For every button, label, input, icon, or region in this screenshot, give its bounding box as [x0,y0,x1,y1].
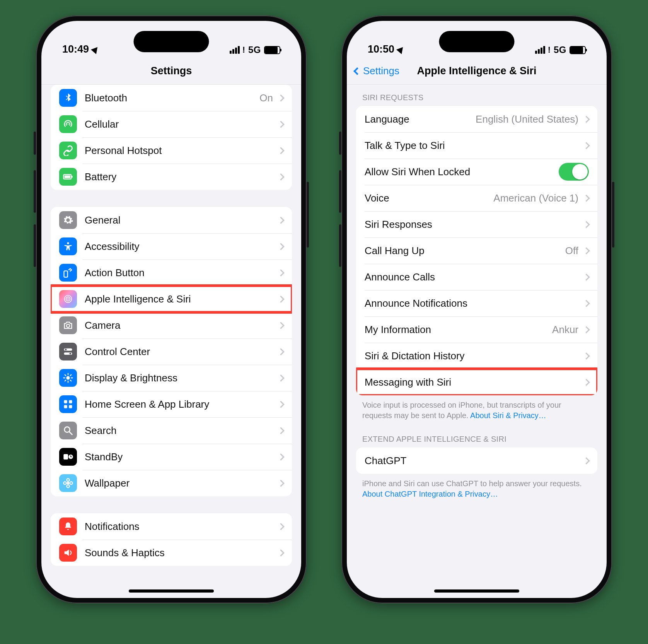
row-label: Action Button [85,267,145,279]
home-indicator[interactable] [434,589,519,593]
siri-icon [59,290,77,308]
settings-group-connectivity: BluetoothOnCellularPersonal HotspotBatte… [51,85,292,190]
row-my-information[interactable]: My InformationAnkur [356,316,597,343]
settings-row-standby[interactable]: StandBy [51,444,292,470]
row-label: Bluetooth [85,92,127,104]
settings-row-apple-intelligence-siri[interactable]: Apple Intelligence & Siri [51,286,292,312]
home-indicator[interactable] [129,589,214,593]
settings-scroll[interactable]: BluetoothOnCellularPersonal HotspotBatte… [41,85,301,598]
row-label: Camera [85,319,120,331]
settings-row-notifications[interactable]: Notifications [51,513,292,540]
chevron-right-icon [583,195,590,202]
location-icon [396,45,406,54]
svg-line-19 [70,380,71,381]
row-allow-siri-when-locked[interactable]: Allow Siri When Locked [356,159,597,185]
extend-group: ChatGPT [356,448,597,474]
svg-point-32 [67,482,70,485]
row-value: On [259,92,273,104]
row-label: StandBy [85,451,123,463]
siri-settings-scroll[interactable]: SIRI REQUESTS LanguageEnglish (United St… [347,85,607,598]
iphone-right: 10:50 ! 5G Settings Apple Intelligence &… [341,15,612,603]
row-siri-responses[interactable]: Siri Responses [356,211,597,237]
settings-row-action-button[interactable]: Action Button [51,260,292,286]
chevron-right-icon [277,94,284,101]
toggle-switch[interactable] [559,163,589,181]
settings-row-accessibility[interactable]: Accessibility [51,233,292,260]
row-language[interactable]: LanguageEnglish (United States) [356,106,597,132]
battery-icon [570,46,586,54]
dynamic-island [134,31,209,52]
row-siri-dictation-history[interactable]: Siri & Dictation History [356,343,597,369]
about-siri-privacy-link[interactable]: About Siri & Privacy… [470,411,546,420]
row-call-hang-up[interactable]: Call Hang UpOff [356,237,597,264]
row-label: Call Hang Up [365,245,425,257]
row-talk-type-to-siri[interactable]: Talk & Type to Siri [356,132,597,159]
row-messaging-with-siri[interactable]: Messaging with Siri [356,369,597,395]
row-announce-notifications[interactable]: Announce Notifications [356,290,597,316]
action-icon [59,264,77,282]
chevron-right-icon [583,116,590,123]
svg-rect-28 [63,454,68,460]
row-label: Announce Notifications [365,297,467,309]
svg-rect-25 [69,405,72,408]
svg-line-21 [65,380,66,381]
row-label: Sounds & Haptics [85,547,165,559]
svg-rect-1 [72,176,72,178]
svg-point-35 [63,482,66,485]
chevron-right-icon [583,300,590,307]
status-time: 10:50 [368,43,394,55]
chevron-right-icon [583,247,590,254]
settings-row-home-screen-app-library[interactable]: Home Screen & App Library [51,391,292,417]
chevron-right-icon [583,457,590,464]
chevron-right-icon [583,326,590,333]
chevron-right-icon [277,480,284,487]
network-label: 5G [554,44,566,55]
settings-row-display-brightness[interactable]: Display & Brightness [51,365,292,391]
chevron-right-icon [277,401,284,408]
nav-title: Settings [151,65,192,77]
row-voice[interactable]: VoiceAmerican (Voice 1) [356,185,597,211]
settings-row-battery[interactable]: Battery [51,164,292,190]
nav-bar: Settings Apple Intelligence & Siri [347,58,607,85]
dynamic-island [439,31,515,52]
chevron-right-icon [583,352,590,359]
signal-alert-icon: ! [242,45,245,55]
chevron-right-icon [277,243,284,250]
row-value: American (Voice 1) [493,192,578,204]
row-label: Cellular [85,118,119,130]
settings-row-general[interactable]: General [51,207,292,233]
settings-row-personal-hotspot[interactable]: Personal Hotspot [51,137,292,164]
row-label: Search [85,425,116,437]
battery-icon [59,168,77,186]
row-label: Display & Brightness [85,372,177,384]
row-label: Notifications [85,521,140,533]
search-icon [59,422,77,439]
back-button[interactable]: Settings [355,65,399,77]
svg-line-27 [70,432,72,435]
row-label: Apple Intelligence & Siri [85,293,191,305]
row-chatgpt[interactable]: ChatGPT [356,448,597,474]
svg-rect-2 [65,176,70,178]
iphone-left: 10:49 ! 5G Settings BluetoothOnCellularP… [36,15,307,603]
chevron-right-icon [583,221,590,228]
settings-row-camera[interactable]: Camera [51,312,292,338]
settings-row-sounds-haptics[interactable]: Sounds & Haptics [51,540,292,566]
settings-row-control-center[interactable]: Control Center [51,338,292,365]
settings-row-search[interactable]: Search [51,417,292,444]
settings-row-cellular[interactable]: Cellular [51,111,292,137]
row-label: Control Center [85,346,150,358]
chevron-right-icon [277,427,284,434]
antenna-icon [59,115,77,133]
chevron-right-icon [277,217,284,224]
section-header-extend: EXTEND APPLE INTELLIGENCE & SIRI [347,421,607,448]
gear-icon [59,211,77,229]
svg-point-12 [70,353,72,355]
location-icon [91,45,100,54]
chevron-right-icon [277,453,284,460]
about-chatgpt-privacy-link[interactable]: About ChatGPT Integration & Privacy… [362,490,498,498]
row-announce-calls[interactable]: Announce Calls [356,264,597,290]
signal-icon [535,46,545,54]
chevron-right-icon [277,322,284,329]
settings-row-wallpaper[interactable]: Wallpaper [51,470,292,496]
settings-row-bluetooth[interactable]: BluetoothOn [51,85,292,111]
